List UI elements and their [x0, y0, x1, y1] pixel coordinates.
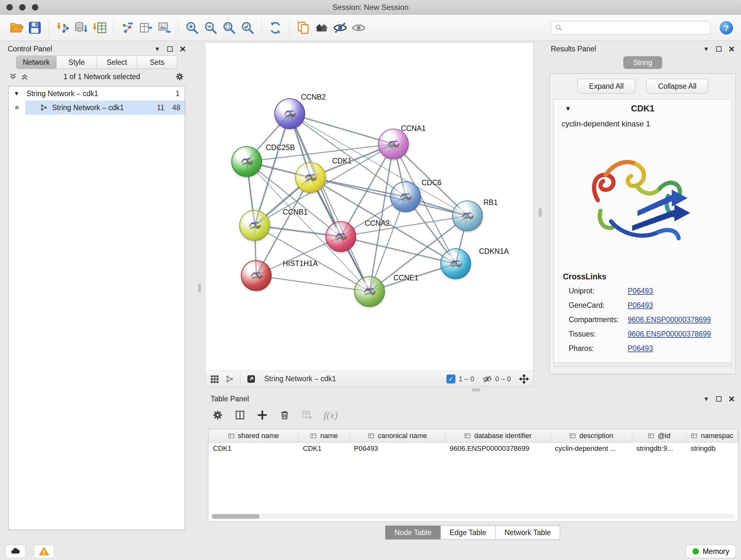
panel-close-icon[interactable]: × [729, 44, 735, 54]
export-table-button[interactable] [137, 18, 155, 37]
cell-database-identifier[interactable]: 9606.ENSP00000378699 [445, 442, 550, 455]
cell-name[interactable]: CDK1 [298, 442, 349, 455]
show-columns-icon[interactable] [234, 409, 246, 421]
zoom-selected-button[interactable] [239, 18, 257, 37]
network-node-rb1[interactable] [452, 200, 483, 231]
help-button[interactable]: ? [719, 20, 734, 36]
panel-float-icon[interactable] [716, 396, 722, 401]
network-node-ccnb2[interactable] [274, 98, 305, 129]
pan-mode-icon[interactable] [519, 374, 529, 384]
genecard-link[interactable]: P06493 [628, 301, 653, 310]
open-session-button[interactable] [7, 18, 25, 37]
zoom-out-button[interactable] [201, 18, 220, 37]
uniprot-link[interactable]: P06493 [628, 287, 653, 295]
cell-namespace[interactable]: stringdb [686, 442, 738, 455]
tab-network-table[interactable]: Network Table [495, 525, 560, 540]
gear-icon[interactable] [175, 72, 185, 81]
export-network-button[interactable] [118, 18, 137, 37]
toolbar-search-input[interactable] [565, 23, 706, 32]
export-image-button[interactable] [155, 18, 174, 37]
cell-canonical-name[interactable]: P06493 [349, 442, 445, 455]
hidden-eye-icon[interactable] [482, 374, 492, 384]
string-home-button[interactable] [313, 18, 331, 37]
tab-node-table[interactable]: Node Table [385, 525, 441, 540]
delete-column-icon[interactable] [279, 409, 290, 421]
panel-float-icon[interactable] [167, 46, 173, 52]
network-node-ccna2[interactable] [326, 221, 356, 252]
pharos-link[interactable]: P06493 [628, 344, 653, 353]
table-row[interactable]: CDK1 CDK1 P06493 9606.ENSP00000378699 cy… [208, 442, 738, 455]
network-node-cdkn1a[interactable] [441, 248, 471, 279]
overview-icon[interactable] [225, 374, 234, 384]
panel-menu-icon[interactable]: ▼ [703, 46, 710, 52]
network-node-cdc6[interactable] [390, 181, 421, 212]
panel-close-icon[interactable]: × [180, 44, 186, 54]
network-node-cdc25b[interactable] [231, 146, 262, 177]
network-row-selected[interactable]: String Network – cdk1 11 48 [9, 101, 185, 115]
right-splitter-handle[interactable] [539, 208, 542, 217]
save-session-button[interactable] [25, 18, 44, 37]
column-header[interactable]: @id [632, 429, 686, 442]
close-window-button[interactable] [6, 4, 13, 10]
table-settings-gear-icon[interactable] [212, 409, 223, 421]
collapse-gene-icon[interactable]: ▼ [565, 105, 571, 112]
panel-close-icon[interactable]: × [729, 394, 735, 404]
column-header[interactable]: shared name [208, 429, 298, 442]
clipboard-documents-button[interactable] [294, 18, 313, 37]
tab-style[interactable]: Style [57, 56, 97, 69]
network-node-cdk1[interactable] [295, 162, 326, 193]
warnings-button[interactable] [34, 545, 54, 558]
column-header[interactable]: description [550, 429, 632, 442]
network-node-hist1h1a[interactable] [241, 260, 272, 291]
compartments-link[interactable]: 9606.ENSP00000378699 [628, 315, 711, 324]
cell-description[interactable]: cyclin-dependent ... [550, 442, 632, 455]
minimize-window-button[interactable] [19, 4, 25, 10]
expand-all-icon[interactable] [20, 72, 29, 81]
import-network-from-file-button[interactable] [53, 18, 72, 37]
network-node-ccna1[interactable] [378, 129, 409, 159]
cloud-status-button[interactable] [5, 545, 25, 558]
tab-select[interactable]: Select [97, 56, 137, 69]
collapse-all-button[interactable]: Collapse All [646, 79, 708, 94]
cell-shared-name[interactable]: CDK1 [208, 442, 298, 455]
scrollbar-thumb[interactable] [212, 514, 259, 519]
horizontal-scrollbar[interactable] [212, 514, 735, 519]
network-node-ccne1[interactable] [354, 276, 385, 307]
export-view-icon[interactable] [246, 374, 256, 384]
cell-id[interactable]: stringdb:9... [632, 442, 686, 455]
zoom-fit-button[interactable] [220, 18, 239, 37]
collapse-all-icon[interactable] [9, 72, 17, 81]
tab-network[interactable]: Network [16, 56, 57, 69]
column-header[interactable]: canonical name [349, 429, 445, 442]
grid-icon[interactable] [210, 374, 219, 384]
column-header[interactable]: name [298, 429, 349, 442]
results-scrollbar[interactable] [554, 362, 731, 367]
tab-edge-table[interactable]: Edge Table [441, 525, 495, 540]
tab-string[interactable]: String [623, 56, 662, 69]
network-collection-row[interactable]: ▼ String Network – cdk1 1 [9, 86, 185, 101]
tab-sets[interactable]: Sets [137, 56, 178, 69]
selected-checkbox-icon[interactable]: ✓ [447, 374, 455, 383]
expand-all-button[interactable]: Expand All [577, 79, 636, 94]
network-canvas[interactable]: CCNB2CCNA1CDC25BCDK1CDC6RB1CCNB1CCNA2CDK… [205, 43, 533, 371]
add-column-icon[interactable] [257, 409, 268, 421]
panel-float-icon[interactable] [716, 46, 722, 52]
left-splitter-handle[interactable] [198, 284, 201, 293]
panel-menu-icon[interactable]: ▼ [703, 396, 710, 402]
panel-menu-icon[interactable]: ▼ [154, 46, 160, 52]
import-table-from-file-button[interactable] [90, 18, 109, 37]
memory-button[interactable]: Memory [686, 545, 736, 558]
apply-layout-button[interactable] [266, 18, 285, 37]
tissues-link[interactable]: 9606.ENSP00000378699 [628, 330, 711, 338]
zoom-window-button[interactable] [32, 4, 38, 10]
column-header[interactable]: database identifier [445, 429, 550, 442]
tree-expander-icon[interactable]: ▼ [14, 90, 19, 97]
toggle-visibility-button[interactable] [331, 18, 349, 37]
column-header[interactable]: namespac [686, 429, 738, 442]
import-network-from-database-button[interactable] [72, 18, 90, 37]
show-details-button[interactable] [349, 18, 368, 37]
zoom-in-button[interactable] [183, 18, 201, 37]
network-node-ccnb1[interactable] [239, 210, 270, 241]
bottom-splitter-handle[interactable] [472, 388, 481, 391]
search-icon [555, 24, 562, 32]
